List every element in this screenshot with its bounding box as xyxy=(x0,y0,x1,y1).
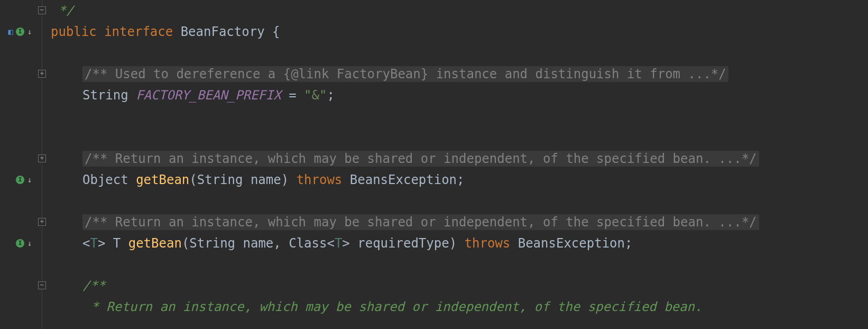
javadoc-text: /** xyxy=(82,278,105,293)
gutter-row: I ↓ xyxy=(0,233,37,254)
code-line[interactable]: /** xyxy=(51,275,868,296)
fold-handle-collapse[interactable] xyxy=(38,281,46,289)
keyword: interface xyxy=(104,24,181,39)
type-name: String xyxy=(82,88,136,103)
code-line[interactable]: /** Return an instance, which may be sha… xyxy=(51,148,868,169)
type-param: T xyxy=(335,236,342,251)
arrow-down-icon[interactable]: ↓ xyxy=(25,239,34,248)
paren: ( xyxy=(189,172,197,187)
arrow-down-icon[interactable]: ↓ xyxy=(25,28,34,36)
method-name: getBean xyxy=(136,172,189,187)
implemented-icon[interactable]: I xyxy=(16,239,24,248)
semicolon: ; xyxy=(457,172,464,187)
code-editor[interactable]: ◧ I ↓ I ↓ I ↓ */ public interface BeanFa… xyxy=(0,0,868,329)
implemented-icon[interactable]: I xyxy=(16,28,24,36)
code-line[interactable]: Object getBean(String name) throws Beans… xyxy=(51,169,868,190)
keyword: throws xyxy=(465,236,518,251)
angle-bracket: < xyxy=(82,236,90,251)
arrow-down-icon[interactable]: ↓ xyxy=(25,176,34,184)
javadoc-text: * Return an instance, which may be share… xyxy=(84,299,702,314)
structure-icon[interactable]: ◧ xyxy=(6,28,15,36)
fold-handle-expand[interactable] xyxy=(38,218,46,226)
angle-bracket: > xyxy=(98,236,113,251)
keyword: throws xyxy=(297,172,350,187)
operator: = xyxy=(281,88,304,103)
gutter: ◧ I ↓ I ↓ I ↓ xyxy=(0,0,37,329)
type-name: T xyxy=(113,236,128,251)
type-name: Class xyxy=(289,236,327,251)
constant-name: FACTORY_BEAN_PREFIX xyxy=(136,88,281,103)
code-line[interactable]: public interface BeanFactory { xyxy=(51,21,868,42)
type-name: Object xyxy=(82,172,136,187)
code-line[interactable]: */ xyxy=(51,0,868,21)
code-line[interactable]: <T> T getBean(String name, Class<T> requ… xyxy=(51,233,868,254)
keyword: public xyxy=(51,24,104,39)
fold-handle-expand[interactable] xyxy=(38,70,46,78)
param-name: requiredType xyxy=(357,236,449,251)
type-name: BeansException xyxy=(350,172,457,187)
semicolon: ; xyxy=(625,236,632,251)
type-param: T xyxy=(90,236,97,251)
fold-handle-collapse[interactable] xyxy=(38,6,46,14)
code-line[interactable]: * Return an instance, which may be share… xyxy=(51,296,868,317)
semicolon: ; xyxy=(327,88,334,103)
param-name: name xyxy=(243,236,273,251)
method-name: getBean xyxy=(128,236,182,251)
implemented-icon[interactable]: I xyxy=(16,176,24,184)
fold-column xyxy=(37,0,48,329)
comment-text: */ xyxy=(51,3,73,18)
code-line[interactable]: /** Used to dereference a {@link Factory… xyxy=(51,63,868,85)
type-name: String xyxy=(197,172,251,187)
code-line[interactable]: String FACTORY_BEAN_PREFIX = "&"; xyxy=(51,85,868,106)
code-line[interactable]: /** Return an instance, which may be sha… xyxy=(51,212,868,233)
fold-guide-line xyxy=(42,0,42,329)
paren: ( xyxy=(182,236,189,251)
param-name: name xyxy=(251,172,281,187)
brace: { xyxy=(265,24,280,39)
angle-bracket: < xyxy=(327,236,334,251)
angle-bracket: > xyxy=(342,236,357,251)
folded-javadoc[interactable]: /** Used to dereference a {@link Factory… xyxy=(82,66,728,82)
type-name: BeansException xyxy=(518,236,625,251)
type-name: BeanFactory xyxy=(181,24,265,39)
code-area[interactable]: */ public interface BeanFactory { /** Us… xyxy=(48,0,868,329)
comma: , xyxy=(273,236,289,251)
paren: ) xyxy=(449,236,465,251)
type-name: String xyxy=(189,236,243,251)
folded-javadoc[interactable]: /** Return an instance, which may be sha… xyxy=(82,214,759,230)
folded-javadoc[interactable]: /** Return an instance, which may be sha… xyxy=(82,151,759,167)
fold-handle-expand[interactable] xyxy=(38,154,46,162)
paren: ) xyxy=(281,172,297,187)
gutter-row: ◧ I ↓ xyxy=(0,21,37,42)
gutter-row: I ↓ xyxy=(0,169,37,190)
string-literal: "&" xyxy=(304,88,327,103)
